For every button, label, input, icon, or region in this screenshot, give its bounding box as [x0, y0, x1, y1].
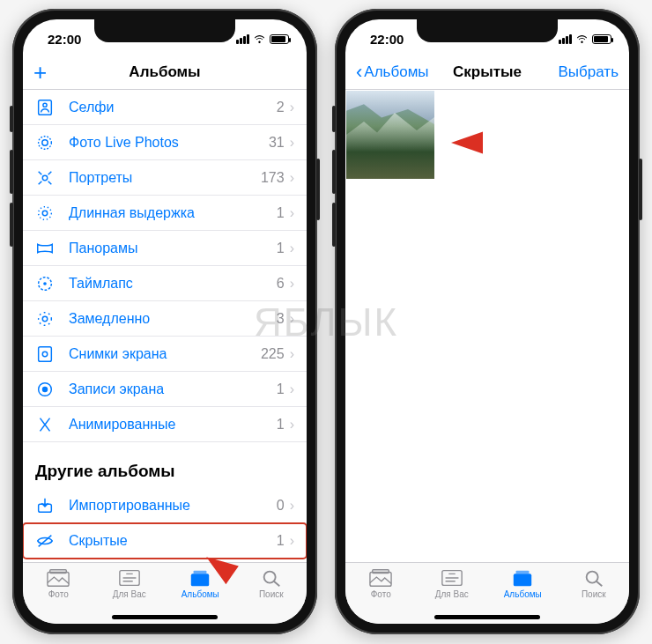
- album-row-timelapse[interactable]: Таймлапс6›: [23, 266, 307, 301]
- svg-point-3: [39, 136, 52, 149]
- album-count: 6: [277, 276, 285, 292]
- album-row-longexp[interactable]: Длинная выдержка1›: [23, 196, 307, 231]
- svg-line-30: [596, 581, 603, 587]
- album-count: 2: [277, 100, 285, 115]
- album-label: Скрытые: [69, 533, 277, 549]
- page-title: Скрытые: [435, 63, 539, 81]
- tab-label: Альбомы: [182, 589, 219, 599]
- svg-point-9: [39, 312, 52, 325]
- svg-point-8: [43, 282, 47, 285]
- album-row-live[interactable]: Фото Live Photos31›: [23, 125, 307, 160]
- chevron-right-icon: ›: [290, 276, 294, 292]
- album-label: Импортированные: [69, 498, 277, 514]
- nav-bar: + Альбомы: [23, 55, 307, 90]
- svg-point-22: [263, 572, 275, 583]
- album-count: 225: [261, 346, 285, 362]
- album-row-portrait[interactable]: Портреты173›: [23, 160, 307, 196]
- chevron-right-icon: ›: [290, 533, 294, 549]
- tab-label: Поиск: [259, 589, 284, 599]
- chevron-right-icon: ›: [290, 135, 294, 151]
- tab-photos[interactable]: Фото: [350, 568, 411, 624]
- chevron-left-icon: ‹: [356, 61, 362, 84]
- select-button[interactable]: Выбрать: [559, 63, 619, 81]
- tab-label: Альбомы: [504, 589, 542, 599]
- album-count: 1: [277, 533, 285, 549]
- animated-icon: [35, 415, 55, 434]
- album-row-screenrec[interactable]: Записи экрана1›: [23, 372, 307, 407]
- chevron-right-icon: ›: [290, 170, 294, 186]
- svg-point-4: [42, 175, 48, 181]
- chevron-right-icon: ›: [290, 346, 294, 362]
- notch: [94, 19, 235, 42]
- album-row-pano[interactable]: Панорамы1›: [23, 231, 307, 266]
- album-row-trash[interactable]: Недавно удаленные465›: [23, 559, 307, 562]
- tab-search[interactable]: Поиск: [563, 568, 625, 624]
- album-label: Панорамы: [69, 241, 277, 256]
- album-row-animated[interactable]: Анимированные1›: [23, 407, 307, 442]
- svg-point-6: [39, 206, 52, 219]
- album-label: Снимки экрана: [69, 346, 261, 362]
- svg-rect-21: [194, 571, 207, 574]
- annotation-arrow: [451, 125, 530, 160]
- slomo-icon: [35, 309, 55, 329]
- svg-rect-17: [48, 573, 69, 587]
- tab-photos[interactable]: Фото: [27, 568, 89, 624]
- album-row-selfie[interactable]: Селфи2›: [23, 90, 307, 125]
- pano-icon: [35, 239, 55, 258]
- svg-rect-11: [39, 346, 52, 361]
- album-label: Анимированные: [69, 417, 277, 433]
- album-count: 3: [277, 311, 285, 327]
- album-label: Фото Live Photos: [69, 135, 269, 151]
- album-label: Таймлапс: [69, 276, 277, 292]
- status-time: 22:00: [370, 32, 404, 47]
- live-icon: [35, 133, 55, 152]
- screenrec-icon: [35, 380, 55, 399]
- album-row-import[interactable]: Импортированные0›: [23, 488, 307, 523]
- album-count: 1: [277, 417, 285, 433]
- album-label: Длинная выдержка: [69, 205, 277, 221]
- svg-point-12: [42, 352, 48, 357]
- chevron-right-icon: ›: [290, 241, 294, 256]
- battery-icon: [270, 34, 289, 44]
- add-button[interactable]: +: [33, 61, 47, 84]
- phone-right: 22:00 ‹ Альбомы Скрытые Выбрать: [335, 9, 640, 634]
- portrait-icon: [35, 168, 55, 188]
- album-count: 1: [277, 241, 285, 256]
- home-indicator[interactable]: [112, 615, 218, 619]
- back-button[interactable]: ‹ Альбомы: [356, 61, 435, 84]
- notch: [417, 19, 558, 42]
- timelapse-icon: [35, 274, 55, 293]
- album-label: Записи экрана: [69, 381, 277, 397]
- svg-line-16: [39, 535, 52, 546]
- chevron-right-icon: ›: [290, 311, 294, 327]
- album-row-hidden[interactable]: Скрытые1›: [23, 523, 307, 559]
- import-icon: [35, 496, 55, 515]
- cellular-icon: [559, 34, 572, 44]
- wifi-icon: [575, 32, 589, 47]
- svg-rect-27: [514, 574, 531, 586]
- back-label: Альбомы: [364, 63, 428, 81]
- photo-thumbnail[interactable]: [346, 91, 434, 179]
- svg-point-2: [42, 139, 48, 144]
- page-title: Альбомы: [113, 63, 217, 81]
- album-row-slomo[interactable]: Замедленно3›: [23, 301, 307, 337]
- svg-rect-18: [50, 570, 67, 574]
- chevron-right-icon: ›: [290, 498, 294, 514]
- svg-rect-25: [373, 570, 389, 574]
- album-count: 31: [269, 135, 285, 151]
- album-row-screenshot[interactable]: Снимки экрана225›: [23, 337, 307, 372]
- svg-point-14: [42, 386, 48, 391]
- home-indicator[interactable]: [434, 615, 540, 619]
- chevron-right-icon: ›: [290, 205, 294, 221]
- svg-rect-24: [370, 573, 391, 587]
- hidden-icon: [35, 531, 55, 551]
- cellular-icon: [236, 34, 249, 44]
- chevron-right-icon: ›: [290, 417, 294, 433]
- album-count: 1: [277, 205, 285, 221]
- nav-bar: ‹ Альбомы Скрытые Выбрать: [345, 55, 629, 90]
- tab-search[interactable]: Поиск: [241, 568, 302, 624]
- album-count: 0: [277, 498, 285, 514]
- album-label: Портреты: [69, 170, 261, 186]
- tab-label: Для Вас: [113, 589, 146, 599]
- tab-label: Фото: [371, 589, 391, 599]
